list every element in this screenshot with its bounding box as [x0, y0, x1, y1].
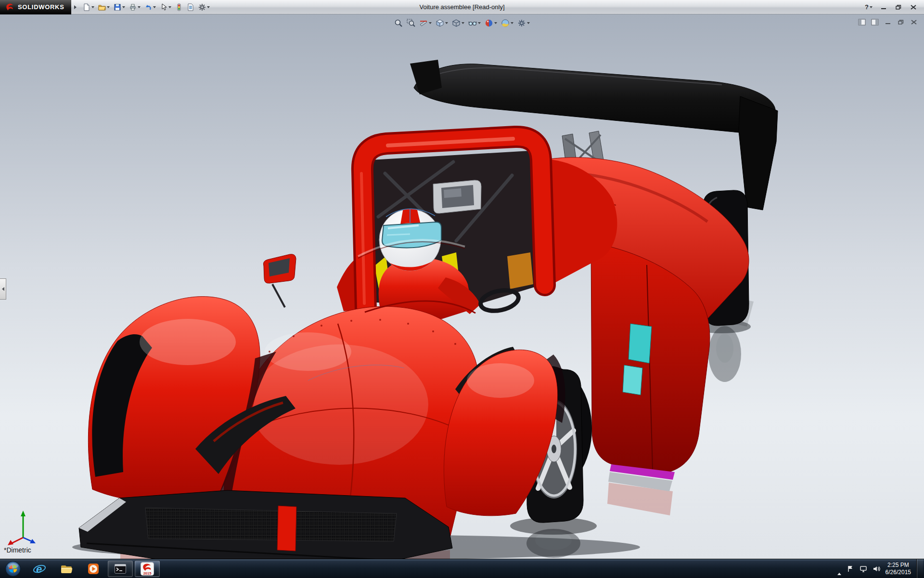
close-button[interactable]	[907, 2, 920, 12]
viewport-3d[interactable]: *Dimetric	[0, 14, 924, 559]
open-button[interactable]	[97, 1, 111, 13]
rearview-mirror-housing	[433, 180, 481, 213]
brand-text: SOLIDWORKS	[18, 3, 64, 11]
hide-show-items-button[interactable]	[467, 17, 482, 29]
action-center-button[interactable]	[847, 565, 854, 573]
pane-left-icon	[858, 19, 866, 26]
app-logo[interactable]: SOLIDWORKS	[0, 0, 71, 14]
help-button[interactable]: ?	[862, 2, 875, 12]
view-orientation-button[interactable]	[435, 17, 449, 29]
print-icon	[129, 3, 137, 11]
rebuild-icon	[175, 3, 183, 11]
network-status-button[interactable]	[860, 565, 867, 573]
minimize-icon	[881, 5, 886, 10]
undo-icon	[144, 3, 152, 11]
view-settings-button[interactable]	[516, 17, 531, 29]
taskbar-item-file-explorer[interactable]	[54, 561, 79, 577]
select-cursor-icon	[160, 3, 167, 11]
document-window-controls	[857, 18, 919, 26]
taskbar-item-command-prompt[interactable]	[108, 561, 133, 577]
minimize-document-button[interactable]	[883, 18, 893, 26]
minimize-button[interactable]	[877, 2, 890, 12]
front-splitter	[79, 490, 452, 559]
options-caret[interactable]	[207, 6, 210, 8]
taskbar-clock[interactable]: 2:25 PM 6/26/2015	[886, 562, 911, 576]
edit-appearance-button[interactable]	[484, 17, 498, 29]
file-properties-button[interactable]	[185, 1, 196, 13]
undo-button[interactable]	[143, 1, 157, 13]
side-window-lower	[623, 365, 642, 395]
start-button[interactable]	[0, 559, 26, 578]
new-document-icon	[83, 3, 90, 11]
select-button[interactable]	[158, 1, 173, 13]
save-icon	[114, 3, 121, 11]
coordinate-triad	[7, 508, 47, 546]
options-gear-icon	[198, 3, 206, 11]
volume-button[interactable]	[873, 565, 880, 573]
taskbar-item-media-player[interactable]	[81, 561, 106, 577]
windows-logo-icon	[5, 561, 21, 577]
section-view-button[interactable]	[418, 17, 433, 29]
close-icon	[911, 5, 916, 10]
display-style-caret[interactable]	[462, 22, 464, 24]
restore-document-button[interactable]	[896, 18, 906, 26]
view-settings-caret[interactable]	[527, 22, 530, 24]
section-view-caret[interactable]	[429, 22, 432, 24]
zoom-to-fit-icon	[394, 19, 403, 27]
display-style-button[interactable]	[451, 17, 465, 29]
new-document-button[interactable]	[81, 1, 96, 13]
feature-panel-expand-tab[interactable]	[0, 278, 6, 300]
rebuild-button[interactable]	[174, 1, 184, 13]
taskbar: e	[0, 559, 924, 578]
open-folder-icon	[98, 3, 106, 11]
undo-caret[interactable]	[153, 6, 156, 8]
media-player-icon	[87, 562, 100, 576]
pane-left-button[interactable]	[857, 18, 867, 26]
file-properties-icon	[187, 3, 194, 11]
view-orientation-cube-icon	[436, 19, 444, 27]
svg-text:2015: 2015	[143, 571, 152, 576]
solidworks-logo-icon	[5, 2, 14, 12]
apply-scene-icon	[501, 19, 510, 27]
open-caret[interactable]	[107, 6, 110, 8]
menu-expand-chevron[interactable]	[74, 5, 77, 9]
front-grille	[145, 508, 397, 541]
hide-show-items-caret[interactable]	[478, 22, 481, 24]
titlebar[interactable]: SOLIDWORKS	[0, 0, 924, 14]
save-button[interactable]	[112, 1, 127, 13]
window-controls: ?	[862, 2, 924, 12]
options-button[interactable]	[197, 1, 211, 13]
view-orientation-caret[interactable]	[445, 22, 448, 24]
apply-scene-caret[interactable]	[511, 22, 513, 24]
close-document-button[interactable]	[909, 18, 919, 26]
clock-date: 6/26/2015	[886, 569, 911, 576]
system-tray: 2:25 PM 6/26/2015	[837, 559, 924, 578]
zoom-to-area-button[interactable]	[406, 17, 416, 29]
restore-button[interactable]	[892, 2, 905, 12]
headsup-view-toolbar	[393, 17, 531, 29]
tray-expand-icon	[837, 565, 841, 575]
taskbar-item-solidworks[interactable]: 2015	[135, 561, 160, 577]
save-caret[interactable]	[122, 6, 125, 8]
side-window-upper	[629, 324, 652, 363]
show-desktop-button[interactable]	[916, 559, 923, 578]
pane-right-icon	[871, 19, 879, 26]
pane-right-button[interactable]	[870, 18, 880, 26]
restore-document-icon	[898, 20, 904, 25]
help-caret[interactable]	[870, 6, 873, 8]
tray-expand-button[interactable]	[837, 565, 841, 573]
window-title: Voiture assemblee [Read-only]	[419, 3, 504, 11]
minimize-document-icon	[885, 20, 891, 25]
view-settings-icon	[517, 19, 526, 27]
taskbar-item-internet-explorer[interactable]: e	[27, 561, 52, 577]
new-document-caret[interactable]	[91, 6, 94, 8]
solidworks-window: SOLIDWORKS	[0, 0, 924, 578]
edit-appearance-caret[interactable]	[494, 22, 497, 24]
side-mirror	[263, 254, 296, 307]
zoom-to-fit-button[interactable]	[393, 17, 404, 29]
print-button[interactable]	[128, 1, 142, 13]
select-caret[interactable]	[168, 6, 171, 8]
model-canvas[interactable]	[0, 14, 924, 559]
print-caret[interactable]	[138, 6, 141, 8]
apply-scene-button[interactable]	[500, 17, 514, 29]
